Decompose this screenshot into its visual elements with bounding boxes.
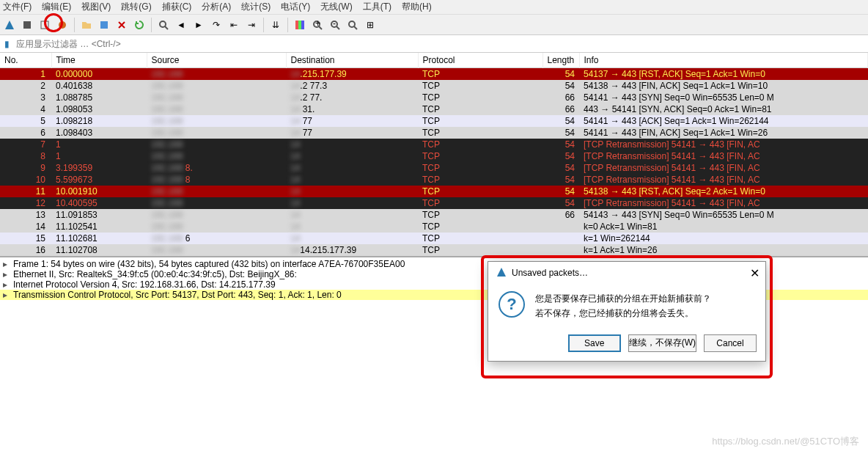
dialog-close-icon[interactable]: ✕ — [750, 266, 760, 280]
go-first-icon[interactable]: ⇤ — [226, 17, 242, 33]
svg-rect-8 — [301, 21, 304, 29]
restart-capture-icon[interactable] — [37, 17, 53, 33]
packet-row[interactable]: 1611.102708192.1681414.215.177.39TCPk=1 … — [0, 244, 868, 256]
menu-view[interactable]: 视图(V) — [81, 1, 111, 13]
toolbar-separator — [263, 18, 264, 32]
svg-rect-7 — [298, 21, 301, 29]
display-filter-input[interactable] — [13, 37, 868, 51]
dialog-titlebar: Unsaved packets… ✕ — [488, 262, 765, 284]
auto-scroll-icon[interactable]: ⇊ — [268, 17, 284, 33]
colorize-icon[interactable] — [292, 17, 308, 33]
packet-row[interactable]: 51.098218192.16814 77TCP5454141 → 443 [A… — [0, 115, 868, 127]
svg-text:-: - — [333, 19, 336, 29]
zoom-out-icon[interactable]: - — [327, 17, 343, 33]
save-button[interactable]: Save — [568, 334, 621, 352]
packet-row[interactable]: 61.098403192.16814 77TCP5454141 → 443 [F… — [0, 127, 868, 139]
packet-row[interactable]: 71192.16814TCP54[TCP Retransmission] 541… — [0, 139, 868, 150]
svg-rect-1 — [41, 21, 48, 29]
col-source[interactable]: Source — [147, 53, 286, 68]
menu-telephony[interactable]: 电话(Y) — [281, 1, 310, 13]
unsaved-packets-dialog: Unsaved packets… ✕ ? 您是否要保存已捕获的分组在开始新捕获前… — [488, 261, 766, 362]
menu-capture[interactable]: 捕获(C) — [162, 1, 192, 13]
packet-row[interactable]: 31.088785192.16814.2 77.TCP6654141 → 443… — [0, 92, 868, 103]
menu-wireless[interactable]: 无线(W) — [320, 1, 352, 13]
packet-row[interactable]: 81192.16814TCP54[TCP Retransmission] 541… — [0, 150, 868, 162]
wireshark-fin-icon — [496, 266, 507, 280]
svg-rect-0 — [23, 21, 31, 29]
open-file-icon[interactable] — [78, 17, 95, 33]
shark-fin-icon[interactable] — [1, 17, 18, 33]
filter-bar: ▮ — [0, 35, 868, 53]
go-last-icon[interactable]: ⇥ — [243, 17, 260, 33]
capture-options-icon[interactable] — [54, 17, 70, 33]
go-back-icon[interactable]: ◄ — [173, 17, 189, 33]
svg-line-16 — [354, 26, 357, 29]
packet-row[interactable]: 93.199359192.168 8.14TCP54[TCP Retransmi… — [0, 162, 868, 174]
reload-icon[interactable] — [131, 17, 147, 33]
col-destination[interactable]: Destination — [286, 53, 418, 68]
toolbar-separator — [287, 18, 288, 32]
find-icon[interactable] — [155, 17, 172, 33]
dialog-title-text: Unsaved packets… — [512, 268, 588, 278]
menu-go[interactable]: 跳转(G) — [121, 1, 151, 13]
svg-rect-6 — [295, 21, 298, 29]
packet-row[interactable]: 10.000000192.16814.215.177.39TCP5454137 … — [0, 68, 868, 81]
menu-tools[interactable]: 工具(T) — [363, 1, 391, 13]
svg-line-13 — [336, 26, 339, 29]
col-no[interactable]: No. — [0, 53, 51, 68]
packet-row[interactable]: 41.098053192.16814 31.TCP66443 → 54141 [… — [0, 103, 868, 115]
packet-row[interactable]: 1511.102681192.168 614TCPk=1 Win=262144 — [0, 233, 868, 244]
dialog-message: 您是否要保存已捕获的分组在开始新捕获前？ 若不保存，您已经捕获的分组将会丢失。 — [535, 291, 711, 321]
toolbar-separator — [151, 18, 152, 32]
zoom-in-icon[interactable]: + — [309, 17, 326, 33]
packet-row[interactable]: 20.401638192.16814.2 77.3TCP5454138 → 44… — [0, 80, 868, 92]
col-time[interactable]: Time — [51, 53, 147, 68]
cancel-button[interactable]: Cancel — [704, 334, 757, 352]
col-protocol[interactable]: Protocol — [418, 53, 542, 68]
menu-bar: 文件(F) 编辑(E) 视图(V) 跳转(G) 捕获(C) 分析(A) 统计(S… — [0, 0, 868, 15]
continue-without-saving-button[interactable]: 继续，不保存(W) — [628, 334, 696, 352]
go-to-packet-icon[interactable]: ↷ — [208, 17, 224, 33]
save-file-icon[interactable] — [96, 17, 112, 33]
menu-statistics[interactable]: 统计(S) — [241, 1, 271, 13]
packet-row[interactable]: 1311.091853192.16814TCP6654143 → 443 [SY… — [0, 209, 868, 221]
svg-text:+: + — [315, 19, 320, 29]
filter-bookmark-icon[interactable]: ▮ — [0, 39, 13, 49]
toolbar: ◄ ► ↷ ⇤ ⇥ ⇊ + - ⊞ — [0, 15, 868, 35]
svg-point-15 — [349, 21, 355, 27]
col-info[interactable]: Info — [579, 53, 868, 68]
packet-row[interactable]: 1411.102541192.16814TCPk=0 Ack=1 Win=81 — [0, 221, 868, 233]
svg-line-5 — [165, 26, 168, 29]
close-file-icon[interactable] — [114, 17, 130, 33]
col-length[interactable]: Length — [542, 53, 579, 68]
question-icon: ? — [499, 291, 525, 318]
menu-analyze[interactable]: 分析(A) — [202, 1, 231, 13]
menu-edit[interactable]: 编辑(E) — [42, 1, 71, 13]
svg-point-2 — [59, 21, 66, 29]
menu-help[interactable]: 帮助(H) — [402, 1, 432, 13]
packet-row[interactable]: 1110.001910192.16814TCP5454138 → 443 [RS… — [0, 186, 868, 197]
svg-point-4 — [160, 21, 166, 27]
packet-list[interactable]: No. Time Source Destination Protocol Len… — [0, 53, 868, 256]
toolbar-separator — [74, 18, 75, 32]
packet-row[interactable]: 105.599673192.168 814TCP54[TCP Retransmi… — [0, 174, 868, 186]
zoom-reset-icon[interactable] — [345, 17, 361, 33]
stop-capture-icon[interactable] — [19, 17, 35, 33]
go-forward-icon[interactable]: ► — [191, 17, 207, 33]
packet-row[interactable]: 1210.400595192.16814TCP54[TCP Retransmis… — [0, 197, 868, 209]
watermark: https://blog.csdn.net/@51CTO博客 — [712, 435, 859, 448]
menu-file[interactable]: 文件(F) — [3, 1, 32, 13]
resize-columns-icon[interactable]: ⊞ — [362, 17, 378, 33]
svg-rect-3 — [100, 21, 108, 29]
